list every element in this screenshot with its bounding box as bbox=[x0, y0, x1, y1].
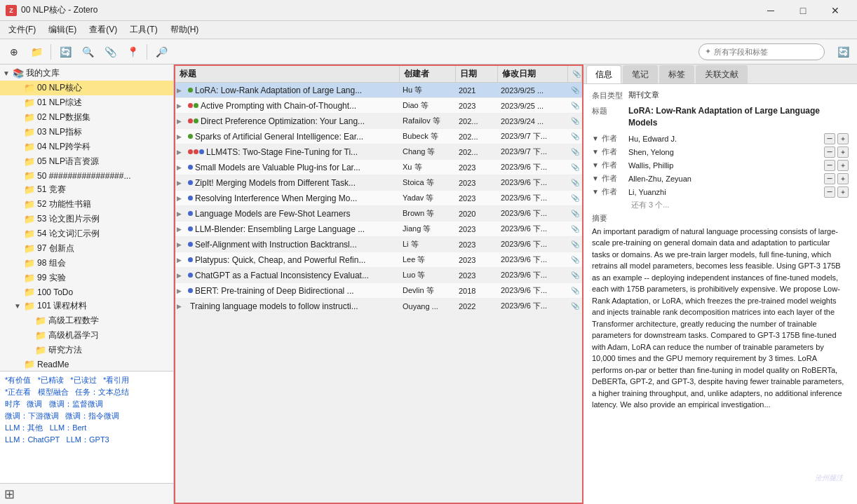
search-input[interactable] bbox=[714, 48, 812, 56]
table-row[interactable]: ▶Resolving Interference When Merging Mo.… bbox=[175, 191, 582, 206]
tag-item[interactable]: 微调：指令微调 bbox=[65, 411, 119, 421]
new-collection-button[interactable]: 📁 bbox=[27, 42, 46, 62]
status-dots bbox=[188, 273, 193, 278]
search-box: ✦ bbox=[699, 43, 825, 60]
sidebar-item-04nlp[interactable]: 📁 04 NLP跨学科 bbox=[0, 139, 173, 154]
author-name: Wallis, Phillip bbox=[628, 161, 824, 170]
sidebar-item-50[interactable]: 📁 50 ################... bbox=[0, 169, 173, 182]
sidebar-item-97[interactable]: 📁 97 创新点 bbox=[0, 241, 173, 256]
sidebar-item-101[interactable]: ▼ 📁 101 课程材料 bbox=[0, 299, 173, 313]
tag-item[interactable]: LLM：GPT3 bbox=[67, 435, 109, 445]
tag-item[interactable]: 微调 bbox=[27, 399, 42, 409]
tab-tags[interactable]: 标签 bbox=[659, 65, 694, 83]
table-row[interactable]: ▶LLM-Blender: Ensembling Large Language … bbox=[175, 222, 582, 237]
sidebar-item-research-method[interactable]: 📁 研究方法 bbox=[0, 343, 173, 357]
tag-item[interactable]: 模型融合 bbox=[38, 387, 69, 397]
search-button[interactable]: 🔍 bbox=[78, 42, 97, 62]
menu-view[interactable]: 查看(V) bbox=[83, 22, 123, 37]
tag-item[interactable]: *已精读 bbox=[38, 375, 64, 386]
folder-icon: 📁 bbox=[24, 170, 35, 181]
tab-related[interactable]: 关联文献 bbox=[696, 65, 748, 83]
table-row[interactable]: ▶Small Models are Valuable Plug-ins for … bbox=[175, 160, 582, 175]
author-add-btn[interactable]: ＋ bbox=[837, 133, 849, 144]
row-date: 202... bbox=[456, 129, 498, 144]
tag-item[interactable]: 时序 bbox=[5, 399, 20, 409]
author-add-btn[interactable]: ＋ bbox=[837, 160, 849, 171]
sidebar-item-my-library[interactable]: ▼ 📚 我的文库 bbox=[0, 66, 173, 81]
locate-button[interactable]: 📍 bbox=[123, 42, 142, 62]
sidebar-item-100[interactable]: 📁 100 ToDo bbox=[0, 285, 173, 299]
attach-button[interactable]: 📎 bbox=[100, 42, 120, 62]
table-row[interactable]: ▶ZipIt! Merging Models from Different Ta… bbox=[175, 175, 582, 191]
menu-tools[interactable]: 工具(T) bbox=[124, 22, 163, 37]
sidebar-item-advanced-math[interactable]: 📁 高级工程数学 bbox=[0, 313, 173, 328]
table-row[interactable]: ▶Self-Alignment with Instruction Backtra… bbox=[175, 237, 582, 252]
items-list-panel: 标题 创建者 日期 修改日期 📎 ▶LoRA: Low-Rank Adaptat… bbox=[174, 64, 583, 504]
author-remove-btn[interactable]: ─ bbox=[824, 147, 835, 158]
sidebar-item-54[interactable]: 📁 54 论文词汇示例 bbox=[0, 226, 173, 241]
table-row[interactable]: ▶LoRA: Low-Rank Adaptation of Large Lang… bbox=[175, 83, 582, 98]
sidebar-item-99[interactable]: 📁 99 实验 bbox=[0, 271, 173, 285]
right-sync-button[interactable]: 🔄 bbox=[833, 42, 853, 62]
maximize-button[interactable]: □ bbox=[787, 0, 819, 21]
author-add-btn[interactable]: ＋ bbox=[837, 173, 849, 184]
table-row[interactable]: ▶LLM4TS: Two-Stage Fine-Tuning for Ti...… bbox=[175, 144, 582, 160]
author-row-0: ▼ 作者 Hu, Edward J. ─ ＋ bbox=[592, 133, 849, 144]
sync-button[interactable]: 🔄 bbox=[55, 42, 75, 62]
sidebar-item-advanced-ml[interactable]: 📁 高级机器学习 bbox=[0, 328, 173, 343]
status-dots bbox=[188, 180, 193, 185]
table-row[interactable]: ▶Language Models are Few-Shot LearnersBr… bbox=[175, 206, 582, 222]
expand-icon: ▶ bbox=[175, 287, 185, 294]
tag-item[interactable]: *已读过 bbox=[70, 375, 96, 386]
sidebar-item-readme[interactable]: 📁 ReadMe bbox=[0, 357, 173, 371]
table-row[interactable]: ▶Platypus: Quick, Cheap, and Powerful Re… bbox=[175, 252, 582, 268]
author-remove-btn[interactable]: ─ bbox=[824, 160, 835, 171]
tag-item[interactable]: LLM：Bert bbox=[50, 423, 87, 433]
sidebar-item-53[interactable]: 📁 53 论文图片示例 bbox=[0, 212, 173, 226]
sidebar-item-00nlp[interactable]: 📁 00 NLP核心 bbox=[0, 81, 173, 95]
sidebar-item-51[interactable]: 📁 51 竞赛 bbox=[0, 182, 173, 197]
column-date[interactable]: 日期 bbox=[456, 66, 498, 82]
author-remove-btn[interactable]: ─ bbox=[824, 173, 835, 184]
author-add-btn[interactable]: ＋ bbox=[837, 186, 849, 198]
sidebar-item-52[interactable]: 📁 52 功能性书籍 bbox=[0, 197, 173, 212]
tag-item[interactable]: 微调：下游微调 bbox=[5, 411, 59, 421]
menu-file[interactable]: 文件(F) bbox=[3, 22, 41, 37]
new-item-button[interactable]: ⊕ bbox=[4, 42, 24, 62]
table-row[interactable]: ▶ChatGPT as a Factual Inconsistency Eval… bbox=[175, 268, 582, 283]
table-row[interactable]: ▶Sparks of Artificial General Intelligen… bbox=[175, 129, 582, 144]
tab-info[interactable]: 信息 bbox=[586, 65, 621, 83]
column-title[interactable]: 标题 bbox=[175, 66, 400, 82]
sidebar-item-05nlp[interactable]: 📁 05 NLP语言资源 bbox=[0, 154, 173, 169]
minimize-button[interactable]: ─ bbox=[755, 0, 787, 21]
column-creator[interactable]: 创建者 bbox=[400, 66, 456, 82]
tag-item[interactable]: *正在看 bbox=[5, 387, 31, 397]
advanced-search-button[interactable]: 🔎 bbox=[151, 42, 171, 62]
column-modified[interactable]: 修改日期 bbox=[498, 66, 568, 82]
sidebar-item-02nlp[interactable]: 📁 02 NLP数据集 bbox=[0, 110, 173, 125]
row-title: ChatGPT as a Factual Inconsistency Evalu… bbox=[195, 271, 369, 280]
table-row[interactable]: ▶Active Prompting with Chain-of-Thought.… bbox=[175, 98, 582, 114]
sidebar-item-03nlp[interactable]: 📁 03 NLP指标 bbox=[0, 125, 173, 139]
table-row[interactable]: ▶Direct Preference Optimization: Your La… bbox=[175, 114, 582, 129]
sidebar-item-98[interactable]: 📁 98 组会 bbox=[0, 256, 173, 271]
tag-item[interactable]: LLM：其他 bbox=[5, 423, 43, 433]
author-remove-btn[interactable]: ─ bbox=[824, 186, 835, 198]
add-tag-button[interactable]: ⊞ bbox=[4, 486, 15, 502]
tag-item[interactable]: *看引用 bbox=[103, 375, 129, 386]
tag-item[interactable]: *有价值 bbox=[5, 375, 31, 386]
tag-item[interactable]: 任务：文本总结 bbox=[75, 387, 129, 397]
close-button[interactable]: ✕ bbox=[819, 0, 851, 21]
tab-notes[interactable]: 笔记 bbox=[623, 65, 658, 83]
author-add-btn[interactable]: ＋ bbox=[837, 147, 849, 158]
column-attach[interactable]: 📎 bbox=[568, 66, 582, 82]
chevron-down-icon: ▼ bbox=[14, 302, 24, 310]
menu-help[interactable]: 帮助(H) bbox=[165, 22, 205, 37]
tag-item[interactable]: LLM：ChatGPT bbox=[5, 435, 60, 445]
tag-item[interactable]: 微调：监督微调 bbox=[49, 399, 103, 409]
table-row[interactable]: ▶Training language models to follow inst… bbox=[175, 299, 582, 314]
table-row[interactable]: ▶BERT: Pre-training of Deep Bidirectiona… bbox=[175, 283, 582, 299]
author-remove-btn[interactable]: ─ bbox=[824, 133, 835, 144]
menu-edit[interactable]: 编辑(E) bbox=[43, 22, 82, 37]
sidebar-item-01nlp[interactable]: 📁 01 NLP综述 bbox=[0, 95, 173, 110]
